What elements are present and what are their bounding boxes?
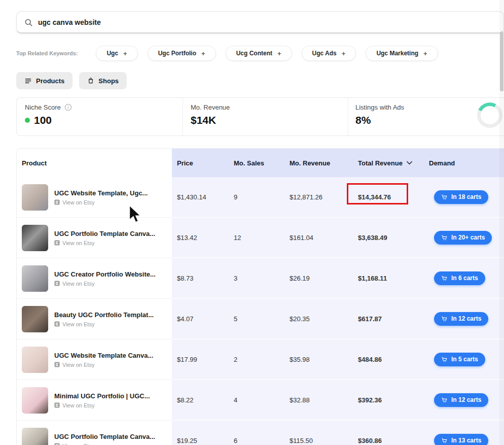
product-thumbnail[interactable] — [22, 306, 48, 332]
mo-revenue-cell: $115.50 — [284, 421, 353, 445]
table-row[interactable]: Minimal UGC Portfolio | UGC... View on E… — [17, 380, 504, 421]
tab-products-label: Products — [36, 77, 64, 85]
product-thumbnail[interactable] — [22, 184, 48, 211]
keyword-pill-label: Ugc Ads — [312, 50, 337, 57]
keyword-pill-ucg-content[interactable]: Ucg Content + — [226, 46, 292, 61]
tab-products[interactable]: Products — [16, 72, 73, 89]
product-title[interactable]: UGC Creator Portfolio Website... — [54, 270, 156, 278]
mo-revenue-cell: $12,871.26 — [284, 177, 353, 218]
price-cell: $17.99 — [172, 339, 229, 380]
demand-cell: In 12 carts — [424, 380, 504, 421]
price-cell: $13.42 — [172, 218, 229, 258]
view-on-etsy-link[interactable]: View on Etsy — [54, 199, 148, 206]
demand-badge: In 18 carts — [434, 190, 488, 204]
header-price[interactable]: Price — [172, 149, 229, 177]
page: Top Related Keywords: Ugc + Ugc Portfoli… — [0, 0, 504, 445]
total-revenue-cell: $3,638.49 — [353, 218, 424, 258]
product-title[interactable]: UGC Website Template, Ugc... — [54, 189, 148, 197]
demand-cell: In 20+ carts — [424, 218, 504, 258]
listings-ads-label: Listings with Ads — [355, 104, 404, 111]
view-on-etsy-link[interactable]: View on Etsy — [54, 281, 156, 287]
keyword-pill-label: Ugc — [106, 50, 118, 57]
cart-icon — [441, 316, 448, 322]
mo-revenue-cell: $26.19 — [284, 258, 353, 299]
total-revenue-cell: $392.36 — [353, 380, 424, 421]
product-thumbnail[interactable] — [22, 225, 48, 251]
tab-shops-label: Shops — [98, 77, 119, 85]
table-row[interactable]: UGC Website Template Canva... View on Et… — [17, 339, 504, 380]
scrollbar-thumb[interactable] — [500, 31, 503, 91]
demand-cell: In 6 carts — [424, 258, 504, 299]
add-keyword-icon: + — [342, 50, 346, 57]
product-title[interactable]: Beauty UGC Portfolio Templat... — [54, 311, 154, 319]
mo-sales-cell: 12 — [229, 218, 284, 258]
search-icon — [24, 18, 33, 27]
product-thumbnail[interactable] — [22, 387, 48, 414]
keyword-pill-ugc-portfolio[interactable]: Ugc Portfolio + — [148, 46, 216, 61]
mo-revenue-cell: $20.35 — [284, 299, 353, 339]
table-row[interactable]: UGC Portfolio Template Canva... View on … — [17, 421, 504, 445]
keyword-pill-list: Ugc + Ugc Portfolio + Ucg Content + Ugc … — [96, 46, 438, 61]
product-thumbnail[interactable] — [22, 265, 48, 292]
niche-score-dot — [25, 118, 30, 123]
view-on-etsy-link[interactable]: View on Etsy — [54, 402, 150, 408]
cart-icon — [441, 194, 448, 200]
search-bar[interactable] — [16, 11, 504, 33]
add-keyword-icon: + — [423, 50, 427, 57]
product-title[interactable]: UGC Portfolio Template Canva... — [54, 433, 155, 440]
product-thumbnail[interactable] — [22, 347, 48, 373]
table-row[interactable]: Beauty UGC Portfolio Templat... View on … — [17, 299, 504, 339]
mo-sales-cell: 3 — [229, 258, 284, 299]
demand-badge: In 12 carts — [434, 312, 488, 326]
total-revenue-cell: $617.87 — [353, 299, 424, 339]
keyword-pill-ugc-marketing[interactable]: Ugc Marketing + — [366, 46, 438, 61]
demand-badge: In 13 carts — [434, 434, 488, 445]
total-revenue-cell: $1,168.11 — [353, 258, 424, 299]
view-on-etsy-link[interactable]: View on Etsy — [54, 362, 153, 368]
keyword-pill-label: Ucg Content — [236, 50, 272, 57]
demand-cell: In 18 carts — [424, 177, 504, 218]
niche-score-label: Niche Score — [25, 104, 61, 111]
product-title[interactable]: UGC Website Template Canva... — [54, 352, 153, 359]
add-keyword-icon: + — [123, 50, 127, 57]
stat-mo-revenue: Mo. Revenue $14K — [183, 98, 348, 135]
view-on-etsy-link[interactable]: View on Etsy — [54, 443, 155, 445]
view-on-etsy-link[interactable]: View on Etsy — [54, 240, 155, 246]
product-thumbnail[interactable] — [22, 428, 48, 445]
table-row[interactable]: UGC Portfolio Template Canva... View on … — [17, 218, 504, 258]
header-mo-revenue[interactable]: Mo. Revenue — [284, 149, 353, 177]
table-row[interactable]: UGC Creator Portfolio Website... View on… — [17, 258, 504, 299]
demand-cell: In 12 carts — [424, 299, 504, 339]
header-total-revenue[interactable]: Total Revenue — [353, 149, 424, 177]
cart-icon — [441, 437, 448, 444]
related-keywords-row: Top Related Keywords: Ugc + Ugc Portfoli… — [16, 46, 504, 61]
price-cell: $19.25 — [172, 421, 229, 445]
product-title[interactable]: Minimal UGC Portfolio | UGC... — [54, 392, 150, 400]
tab-shops[interactable]: Shops — [79, 72, 127, 89]
keyword-pill-ugc-ads[interactable]: Ugc Ads + — [302, 46, 356, 61]
header-mo-sales[interactable]: Mo. Sales — [229, 149, 284, 177]
header-demand: Demand — [424, 149, 504, 177]
etsy-icon — [54, 240, 60, 246]
related-keywords-label: Top Related Keywords: — [16, 50, 78, 56]
price-cell: $4.07 — [172, 299, 229, 339]
keyword-pill-label: Ugc Portfolio — [158, 50, 196, 57]
products-table: Product Price Mo. Sales Mo. Revenue Tota… — [16, 148, 504, 445]
listings-ads-value: 8% — [355, 114, 371, 126]
cart-icon — [441, 234, 448, 241]
table-row[interactable]: UGC Website Template, Ugc... View on Ets… — [17, 177, 504, 218]
mo-sales-cell: 5 — [229, 299, 284, 339]
view-on-etsy-link[interactable]: View on Etsy — [54, 321, 154, 327]
niche-stats-card: Niche Score 100 Mo. Revenue $14K Listing… — [16, 97, 504, 136]
price-cell: $8.22 — [172, 380, 229, 421]
info-icon[interactable] — [64, 104, 72, 111]
cart-icon — [441, 356, 448, 363]
mo-revenue-cell: $32.88 — [284, 380, 353, 421]
header-product: Product — [17, 149, 172, 177]
demand-badge: In 5 carts — [434, 353, 485, 366]
search-input[interactable] — [38, 18, 496, 26]
keyword-pill-ugc[interactable]: Ugc + — [96, 46, 137, 61]
niche-score-value: 100 — [34, 114, 52, 126]
product-title[interactable]: UGC Portfolio Template Canva... — [54, 230, 155, 237]
demand-cell: In 13 carts — [424, 421, 504, 445]
